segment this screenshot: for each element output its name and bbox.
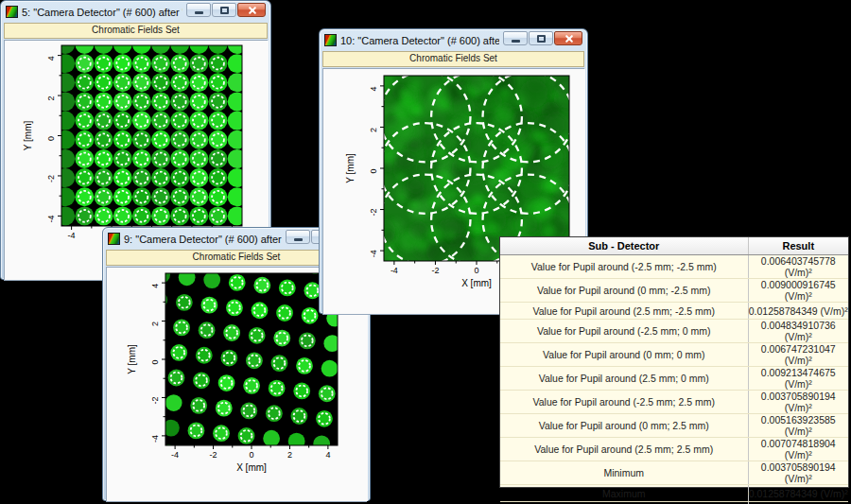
svg-text:4: 4 (46, 56, 56, 61)
sub-detector-cell: Value for Pupil around (-2.5 mm; 0 mm) (500, 320, 748, 343)
close-button[interactable] (554, 31, 582, 45)
svg-text:0: 0 (369, 168, 378, 173)
svg-text:0: 0 (46, 136, 56, 141)
table-row[interactable]: Value for Pupil around (0 mm; 0 mm)0.006… (500, 343, 848, 367)
table-row[interactable]: Value for Pupil around (0 mm; 2.5 mm)0.0… (500, 414, 848, 438)
sub-detector-cell: Value for Pupil around (2.5 mm; 0 mm) (500, 367, 748, 391)
svg-text:-2: -2 (210, 450, 217, 460)
minimize-button[interactable] (286, 230, 310, 244)
close-icon (248, 6, 256, 14)
results-table: Sub - Detector Result Value for Pupil ar… (499, 236, 849, 488)
maximize-button[interactable] (529, 31, 553, 45)
svg-text:-4: -4 (46, 215, 56, 222)
titlebar[interactable]: 10: "Camera Detector" (# 600) after "Lig… (322, 30, 584, 50)
svg-text:-2: -2 (431, 266, 439, 275)
svg-text:-4: -4 (68, 231, 76, 240)
close-icon (564, 34, 573, 43)
result-cell: 0.003705890194 (V/m)² (748, 391, 848, 414)
column-header-result: Result (748, 237, 848, 255)
window-controls (186, 3, 266, 17)
maximize-icon (220, 7, 229, 14)
svg-text:-2: -2 (46, 175, 56, 182)
column-header-sub-detector: Sub - Detector (500, 237, 748, 255)
maximize-icon (537, 35, 546, 43)
chromatic-fields-icon (324, 34, 337, 46)
svg-text:X [mm]: X [mm] (461, 278, 492, 288)
result-cell: 0.009000916745 (V/m)² (748, 279, 848, 303)
minimize-icon (195, 11, 203, 14)
result-cell: 0.009213474675 (V/m)² (748, 367, 848, 391)
result-cell: 0.006403745778 (V/m)² (748, 255, 848, 279)
sub-detector-cell: Value for Pupil around (-2.5 mm; 2.5 mm) (500, 391, 748, 414)
table-row[interactable]: Value for Pupil around (-2.5 mm; -2.5 mm… (500, 255, 848, 279)
sub-detector-cell: Maximum (500, 485, 748, 502)
chromatic-fields-icon (6, 6, 18, 18)
result-cell: 0.01258784349 (V/m)² (748, 485, 848, 502)
sub-detector-cell: Minimum (500, 461, 748, 485)
svg-text:Y [mm]: Y [mm] (23, 121, 33, 151)
plot-subtitle: Chromatic Fields Set (4, 23, 268, 39)
result-cell: 0.007074818904 (V/m)² (748, 438, 848, 461)
svg-text:-2: -2 (369, 209, 378, 217)
svg-text:Y [mm]: Y [mm] (345, 153, 356, 183)
svg-text:X [mm]: X [mm] (236, 462, 267, 473)
result-cell: 0.003705890194 (V/m)² (748, 461, 848, 485)
maximize-button[interactable] (212, 3, 236, 17)
minimize-icon (512, 40, 520, 43)
svg-text:2: 2 (369, 128, 378, 132)
svg-text:-4: -4 (150, 435, 160, 443)
titlebar[interactable]: 5: "Camera Detector" (# 600) after "Ligh… (4, 2, 268, 22)
table-row[interactable]: Value for Pupil around (-2.5 mm; 2.5 mm)… (500, 391, 848, 414)
table-row[interactable]: Value for Pupil around (2.5 mm; -2.5 mm)… (500, 303, 848, 320)
svg-text:0: 0 (150, 359, 160, 364)
sub-detector-cell: Value for Pupil around (0 mm; 0 mm) (500, 343, 748, 367)
sub-detector-cell: Value for Pupil around (0 mm; -2.5 mm) (500, 279, 748, 303)
chromatic-fields-icon (108, 233, 120, 245)
svg-text:-4: -4 (369, 250, 378, 257)
result-cell: 0.006747231047 (V/m)² (748, 343, 848, 367)
plot-subtitle: Chromatic Fields Set (322, 51, 584, 67)
window-controls (503, 31, 582, 45)
result-cell: 0.005163923585 (V/m)² (748, 414, 848, 438)
minimize-button[interactable] (503, 31, 528, 45)
svg-text:Y [mm]: Y [mm] (127, 344, 137, 374)
minimize-icon (294, 238, 303, 241)
svg-text:4: 4 (150, 284, 160, 288)
table-row[interactable]: Value for Pupil around (2.5 mm; 0 mm)0.0… (500, 367, 848, 391)
table-row[interactable]: Value for Pupil around (0 mm; -2.5 mm)0.… (500, 279, 848, 303)
sub-detector-cell: Value for Pupil around (2.5 mm; -2.5 mm) (500, 303, 748, 320)
window-title: 5: "Camera Detector" (# 600) after "Ligh… (22, 7, 182, 18)
window-title: 10: "Camera Detector" (# 600) after "Lig… (340, 35, 499, 46)
svg-text:2: 2 (150, 322, 160, 326)
result-cell: 0.004834910736 (V/m)² (748, 320, 848, 343)
sub-detector-cell: Value for Pupil around (2.5 mm; 2.5 mm) (500, 438, 748, 461)
table-row[interactable]: Value for Pupil around (2.5 mm; 2.5 mm)0… (500, 438, 848, 461)
svg-text:-2: -2 (150, 396, 160, 404)
svg-text:4: 4 (325, 450, 330, 460)
svg-text:-4: -4 (391, 266, 398, 275)
svg-text:4: 4 (369, 86, 378, 91)
close-button[interactable] (237, 3, 266, 17)
minimize-button[interactable] (186, 3, 211, 17)
window-title: 9: "Camera Detector" (# 600) after "Ligh… (124, 234, 282, 245)
table-header-row: Sub - Detector Result (500, 237, 848, 255)
table-row[interactable]: Minimum0.003705890194 (V/m)² (500, 461, 848, 485)
desktop: { "desktop": { "background": "#000000" }… (0, 0, 851, 504)
result-cell: 0.01258784349 (V/m)² (748, 303, 848, 320)
svg-text:2: 2 (287, 450, 292, 460)
svg-text:0: 0 (249, 450, 253, 460)
sub-detector-cell: Value for Pupil around (-2.5 mm; -2.5 mm… (500, 255, 748, 279)
table-row[interactable]: Maximum0.01258784349 (V/m)² (500, 485, 848, 502)
svg-text:2: 2 (46, 96, 56, 101)
svg-text:-4: -4 (171, 450, 179, 460)
svg-text:0: 0 (474, 266, 478, 275)
table-row[interactable]: Value for Pupil around (-2.5 mm; 0 mm)0.… (500, 320, 848, 343)
sub-detector-cell: Value for Pupil around (0 mm; 2.5 mm) (500, 414, 748, 438)
